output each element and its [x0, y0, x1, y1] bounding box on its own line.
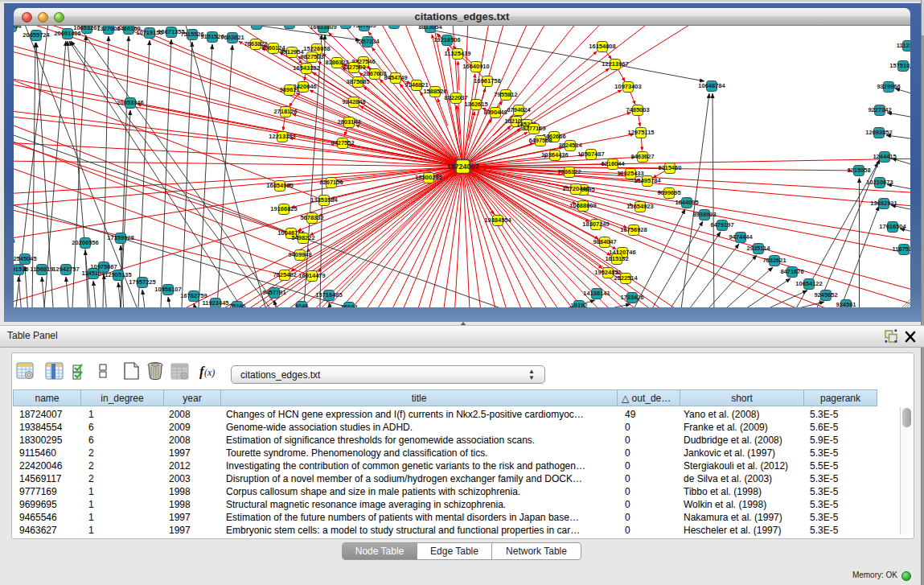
svg-text:1112345: 1112345 — [897, 42, 910, 49]
svg-text:6794024: 6794024 — [507, 106, 531, 113]
svg-text:9409948: 9409948 — [288, 251, 311, 258]
svg-text:15751074: 15751074 — [889, 62, 910, 69]
svg-text:8938923: 8938923 — [692, 211, 716, 218]
svg-text:9884047: 9884047 — [593, 238, 616, 245]
svg-text:16914479: 16914479 — [298, 272, 325, 279]
svg-text:17957225: 17957225 — [129, 278, 155, 286]
svg-text:17359928: 17359928 — [107, 234, 133, 241]
svg-text:11325419: 11325419 — [445, 50, 471, 57]
svg-text:1362615: 1362615 — [464, 101, 487, 108]
svg-text:1644095: 1644095 — [675, 199, 698, 206]
svg-text:20053346: 20053346 — [117, 99, 143, 106]
svg-text:20055724: 20055724 — [23, 31, 50, 39]
svg-text:16961758: 16961758 — [474, 77, 500, 84]
svg-text:19384554: 19384554 — [484, 216, 511, 224]
svg-text:3875685: 3875685 — [346, 78, 369, 85]
svg-text:12505135: 12505135 — [105, 271, 131, 278]
svg-text:18724007: 18724007 — [446, 163, 478, 171]
svg-text:9699695: 9699695 — [657, 189, 680, 196]
svg-text:989611: 989611 — [280, 86, 300, 93]
svg-text:17016504: 17016504 — [879, 223, 906, 230]
svg-text:16044: 16044 — [341, 303, 359, 307]
svg-text:16154808: 16154808 — [589, 43, 615, 50]
svg-text:2718126: 2718126 — [273, 108, 297, 115]
svg-text:1156819: 1156819 — [31, 266, 54, 273]
svg-text:10975667: 10975667 — [90, 263, 117, 270]
svg-text:20206556: 20206556 — [72, 239, 98, 246]
svg-text:12213383: 12213383 — [269, 133, 295, 140]
svg-text:6497568: 6497568 — [528, 137, 552, 144]
svg-text:5678332: 5678332 — [300, 214, 323, 221]
svg-text:9242848: 9242848 — [342, 98, 365, 105]
svg-text:12213967: 12213967 — [602, 60, 628, 68]
svg-text:10507487: 10507487 — [577, 150, 604, 158]
svg-text:75246: 75246 — [229, 303, 246, 307]
svg-text:10648784: 10648784 — [698, 82, 725, 89]
svg-text:8990448: 8990448 — [483, 109, 507, 116]
svg-text:19166825: 19166825 — [270, 205, 297, 212]
svg-text:13692921: 13692921 — [870, 200, 897, 207]
svg-text:2545045: 2545045 — [14, 255, 37, 262]
svg-text:7955812: 7955812 — [494, 91, 517, 98]
svg-text:1733426: 1733426 — [620, 294, 643, 301]
svg-text:13654923: 13654923 — [626, 203, 653, 210]
svg-text:2522514: 2522514 — [614, 274, 638, 282]
svg-text:9827503: 9827503 — [300, 53, 323, 60]
svg-text:12975115: 12975115 — [628, 129, 655, 136]
svg-text:519305: 519305 — [14, 237, 15, 245]
svg-text:8813054: 8813054 — [418, 25, 442, 31]
svg-text:15495784: 15495784 — [634, 177, 661, 184]
svg-text:19218506: 19218506 — [433, 36, 460, 43]
svg-text:2867608: 2867608 — [363, 70, 386, 77]
svg-text:7485003: 7485003 — [626, 106, 649, 113]
svg-text:10973403: 10973403 — [614, 83, 641, 90]
svg-text:15720446: 15720446 — [562, 185, 589, 192]
svg-text:12942757: 12942757 — [52, 266, 79, 273]
svg-text:16543382: 16543382 — [293, 64, 319, 72]
svg-text:8471676: 8471676 — [780, 268, 803, 275]
svg-text:9457791: 9457791 — [262, 289, 285, 296]
svg-text:924561: 924561 — [836, 301, 856, 307]
svg-text:14136141: 14136141 — [583, 290, 610, 297]
svg-text:2935114: 2935114 — [747, 245, 771, 252]
svg-text:9463627: 9463627 — [630, 153, 654, 160]
svg-text:991535: 991535 — [14, 266, 29, 273]
svg-text:19192: 19192 — [571, 302, 588, 307]
svg-text:7357234: 7357234 — [355, 38, 380, 45]
svg-text:18307249: 18307249 — [582, 220, 609, 228]
svg-text:16640910: 16640910 — [462, 63, 489, 70]
svg-text:15716485: 15716485 — [315, 291, 342, 299]
svg-text:1167534: 1167534 — [893, 245, 910, 253]
svg-text:7663821: 7663821 — [220, 34, 244, 41]
svg-text:8427552: 8427552 — [331, 139, 354, 146]
svg-text:12093852: 12093852 — [865, 129, 892, 136]
svg-text:8267150: 8267150 — [319, 179, 343, 186]
svg-text:16756928: 16756928 — [620, 226, 647, 233]
svg-text:7986322: 7986322 — [557, 168, 581, 175]
svg-text:1615132: 1615132 — [605, 255, 628, 262]
svg-text:9329966: 9329966 — [877, 83, 900, 90]
svg-text:7632621: 7632621 — [762, 257, 786, 264]
svg-text:18300295: 18300295 — [415, 174, 441, 181]
svg-text:10025433: 10025433 — [617, 170, 643, 177]
svg-text:8454749: 8454749 — [384, 74, 407, 81]
svg-text:6216044: 6216044 — [601, 160, 625, 167]
svg-text:10688609: 10688609 — [569, 202, 596, 209]
svg-text:1244415: 1244415 — [873, 153, 896, 160]
svg-text:9245652: 9245652 — [814, 291, 837, 299]
svg-text:3215958: 3215958 — [847, 167, 870, 174]
svg-text:1588520: 1588520 — [423, 88, 446, 95]
svg-text:16854965: 16854965 — [266, 182, 293, 189]
svg-text:9474444: 9474444 — [729, 233, 753, 241]
svg-text:16782759: 16782759 — [180, 292, 207, 299]
svg-text:11923445: 11923445 — [203, 299, 229, 307]
svg-text:7625402: 7625402 — [273, 271, 296, 278]
svg-text:10958107: 10958107 — [154, 286, 181, 293]
svg-text:9327503: 9327503 — [342, 64, 365, 71]
svg-text:15226058: 15226058 — [303, 45, 330, 52]
svg-text:6479197: 6479197 — [710, 221, 733, 229]
svg-text:9115460: 9115460 — [659, 164, 682, 171]
svg-text:3624514: 3624514 — [558, 142, 582, 149]
svg-text:(x): (x) — [204, 367, 215, 378]
svg-text:9777169: 9777169 — [522, 125, 545, 132]
